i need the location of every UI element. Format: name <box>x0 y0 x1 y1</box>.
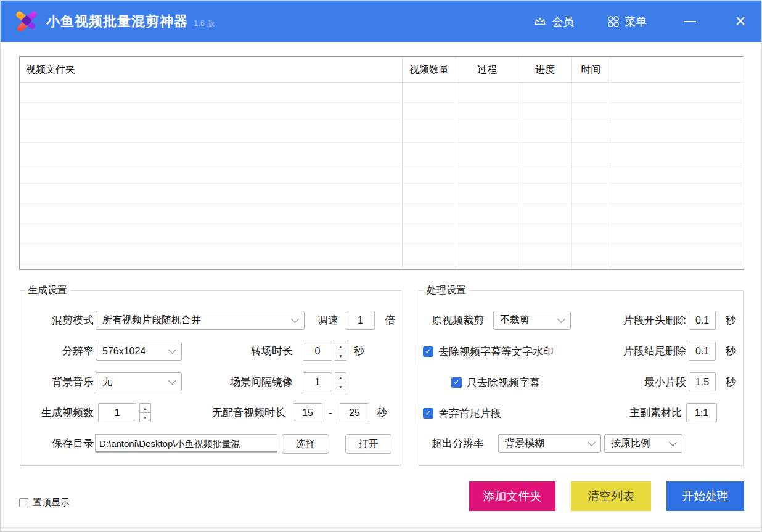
titlebar: 小鱼视频批量混剪神器 1.6 版 会员 菜单 <box>1 1 761 42</box>
spin-up-icon[interactable]: ▲ <box>335 372 346 382</box>
app-logo-icon <box>15 10 38 33</box>
titlebar-actions: 会员 菜单 ✕ <box>533 1 761 42</box>
head-trim-input[interactable]: 0.1 <box>689 311 716 330</box>
table-row <box>20 83 744 103</box>
spin-down-icon[interactable]: ▼ <box>335 382 346 391</box>
choose-dir-button[interactable]: 选择 <box>282 434 329 454</box>
table-body <box>20 83 744 270</box>
mirror-stepper[interactable]: ▲ ▼ <box>335 372 346 391</box>
subtitle-only-checkbox[interactable]: 只去除视频字幕 <box>451 372 540 392</box>
checkbox-checked-icon[interactable] <box>423 346 433 357</box>
close-icon: ✕ <box>735 14 746 30</box>
resolution-label: 分辨率 <box>20 342 94 361</box>
transition-label: 转场时长 <box>193 342 293 361</box>
table-row <box>20 204 744 224</box>
col-header-progress: 进度 <box>518 57 572 82</box>
speed-input[interactable]: 1 <box>346 311 375 330</box>
mix-mode-select[interactable]: 所有视频片段随机合并 <box>96 311 305 330</box>
save-dir-input[interactable]: D:\antoni\Desktop\小鱼视频批量混 <box>95 434 277 453</box>
speed-label: 调速 <box>287 311 338 330</box>
spin-up-icon[interactable]: ▲ <box>335 342 346 351</box>
table-row <box>20 224 744 245</box>
save-dir-label: 保存目录 <box>20 434 94 454</box>
member-button[interactable]: 会员 <box>533 14 574 29</box>
checkbox-unchecked-icon[interactable] <box>19 498 28 507</box>
mix-mode-value: 所有视频片段随机合并 <box>102 314 201 327</box>
scale-value: 按原比例 <box>611 437 650 450</box>
tail-trim-unit: 秒 <box>726 342 736 361</box>
add-folder-button[interactable]: 添加文件夹 <box>469 481 555 511</box>
transition-input[interactable]: 0 <box>303 342 332 361</box>
app-version: 1.6 版 <box>194 18 215 29</box>
spin-up-icon[interactable]: ▲ <box>139 403 151 413</box>
menu-label: 菜单 <box>625 14 647 29</box>
remove-watermark-checkbox[interactable]: 去除视频字幕等文字水印 <box>423 342 554 361</box>
bgm-value: 无 <box>102 375 112 388</box>
minimize-icon <box>684 21 696 22</box>
spin-down-icon[interactable]: ▼ <box>335 351 346 361</box>
col-header-extra <box>610 57 744 82</box>
checkbox-checked-icon[interactable] <box>451 377 462 388</box>
discard-ends-checkbox[interactable]: 舍弃首尾片段 <box>423 403 501 423</box>
tail-trim-label: 片段结尾删除 <box>563 342 686 361</box>
window-footer-strip <box>1 527 761 531</box>
overflow-label: 超出分辨率 <box>419 434 484 454</box>
open-dir-button[interactable]: 打开 <box>345 434 391 454</box>
transition-stepper[interactable]: ▲ ▼ <box>335 342 346 361</box>
app-window: 小鱼视频批量混剪神器 1.6 版 会员 菜单 <box>0 0 762 532</box>
crown-icon <box>533 15 547 28</box>
table-row <box>20 184 744 204</box>
ratio-label: 主副素材比 <box>559 403 682 423</box>
processing-settings-group: 处理设置 原视频裁剪 不裁剪 片段开头删除 0.1 秒 去除视频字幕等文字水印 … <box>419 290 744 466</box>
head-trim-label: 片段开头删除 <box>563 311 686 330</box>
duration-max-input[interactable]: 25 <box>340 403 369 422</box>
mirror-label: 场景间隔镜像 <box>193 372 293 392</box>
generation-settings-title: 生成设置 <box>25 284 70 297</box>
bgm-select[interactable]: 无 <box>96 372 182 391</box>
video-count-stepper[interactable]: ▲ ▼ <box>139 403 151 422</box>
min-clip-input[interactable]: 1.5 <box>689 372 716 391</box>
duration-label: 无配音视频时长 <box>174 403 285 423</box>
chevron-down-icon <box>669 438 677 446</box>
member-label: 会员 <box>552 14 574 29</box>
speed-unit: 倍 <box>385 311 395 330</box>
ratio-input[interactable]: 1:1 <box>686 403 717 422</box>
video-count-label: 生成视频数 <box>20 403 94 423</box>
minimize-button[interactable] <box>678 1 702 42</box>
video-count-input[interactable]: 1 <box>98 403 136 422</box>
resolution-select[interactable]: 576x1024 <box>96 342 182 361</box>
mirror-input[interactable]: 1 <box>303 372 332 391</box>
resolution-value: 576x1024 <box>102 346 145 357</box>
menu-button[interactable]: 菜单 <box>607 14 647 29</box>
crop-value: 不裁剪 <box>500 314 530 327</box>
overflow-select[interactable]: 背景模糊 <box>498 434 601 453</box>
pin-on-top-label: 置顶显示 <box>33 497 70 509</box>
duration-min-input[interactable]: 15 <box>293 403 322 422</box>
discard-ends-label: 舍弃首尾片段 <box>438 406 501 420</box>
min-clip-label: 最小片段 <box>563 372 686 392</box>
table-header-row: 视频文件夹 视频数量 过程 进度 时间 <box>20 57 744 83</box>
table-row <box>20 143 744 163</box>
crop-select[interactable]: 不裁剪 <box>493 311 571 330</box>
app-title: 小鱼视频批量混剪神器 <box>46 12 188 31</box>
close-button[interactable]: ✕ <box>727 1 754 42</box>
col-header-time: 时间 <box>572 57 610 82</box>
crop-label: 原视频裁剪 <box>419 311 484 330</box>
duration-separator: - <box>329 403 332 423</box>
generation-settings-group: 生成设置 混剪模式 所有视频片段随机合并 调速 1 倍 分辨率 576x1024… <box>20 290 401 466</box>
table-row <box>20 163 744 184</box>
table-row <box>20 244 744 264</box>
tail-trim-input[interactable]: 0.1 <box>689 342 716 361</box>
scale-select[interactable]: 按原比例 <box>604 434 682 453</box>
pin-on-top-checkbox[interactable]: 置顶显示 <box>19 497 70 509</box>
checkbox-checked-icon[interactable] <box>423 408 433 419</box>
mix-mode-label: 混剪模式 <box>20 311 94 330</box>
video-folder-table[interactable]: 视频文件夹 视频数量 过程 进度 时间 <box>19 56 744 270</box>
bgm-label: 背景音乐 <box>20 372 94 392</box>
spin-down-icon[interactable]: ▼ <box>139 413 151 422</box>
processing-settings-title: 处理设置 <box>424 284 469 297</box>
duration-unit: 秒 <box>377 403 387 423</box>
subtitle-only-label: 只去除视频字幕 <box>467 375 540 390</box>
clear-list-button[interactable]: 清空列表 <box>571 481 651 511</box>
start-processing-button[interactable]: 开始处理 <box>666 481 744 511</box>
